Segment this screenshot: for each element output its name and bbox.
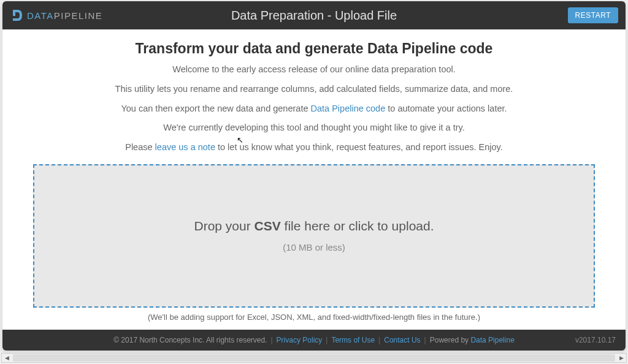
logo-icon	[10, 8, 25, 23]
intro-line-5: Please leave us a note to let us know wh…	[33, 141, 595, 154]
future-support-note: (We'll be adding support for Excel, JSON…	[33, 313, 595, 322]
version-label: v2017.10.17	[575, 336, 616, 344]
intro-line-2: This utility lets you rename and rearran…	[33, 83, 595, 96]
page-title: Data Preparation - Upload File	[231, 9, 397, 23]
intro-line-4: We're currently developing this tool and…	[33, 121, 595, 135]
upload-dropzone[interactable]: Drop your CSV file here or click to uplo…	[33, 164, 595, 308]
copyright-text: © 2017 North Concepts Inc. All rights re…	[113, 336, 267, 344]
logo-text: DATAPIPELINE	[27, 10, 102, 21]
header-bar: DATAPIPELINE Data Preparation - Upload F…	[2, 1, 626, 29]
dropzone-main-text: Drop your CSV file here or click to uplo…	[194, 219, 434, 233]
main-content: Transform your data and generate Data Pi…	[2, 29, 626, 330]
datapipeline-code-link[interactable]: Data Pipeline code	[311, 104, 386, 113]
footer-bar: © 2017 North Concepts Inc. All rights re…	[2, 330, 626, 351]
terms-link[interactable]: Terms of Use	[331, 336, 375, 344]
scroll-track[interactable]	[13, 354, 615, 362]
app-window: DATAPIPELINE Data Preparation - Upload F…	[2, 1, 626, 351]
contact-link[interactable]: Contact Us	[384, 336, 420, 344]
intro-line-3: You can then export the new data and gen…	[33, 102, 595, 116]
main-heading: Transform your data and generate Data Pi…	[33, 40, 595, 57]
logo[interactable]: DATAPIPELINE	[10, 8, 102, 23]
powered-by-text: Powered by Data Pipeline	[430, 336, 515, 344]
dropzone-sub-text: (10 MB or less)	[283, 242, 345, 252]
horizontal-scrollbar[interactable]: ◀ ▶	[1, 353, 627, 363]
powered-by-link[interactable]: Data Pipeline	[470, 336, 514, 344]
privacy-link[interactable]: Privacy Policy	[277, 336, 323, 344]
leave-note-link[interactable]: leave us a note	[155, 142, 215, 152]
scroll-right-arrow-icon[interactable]: ▶	[616, 354, 626, 362]
intro-line-1: Welcome to the early access release of o…	[33, 63, 595, 77]
restart-button[interactable]: RESTART	[568, 7, 618, 23]
scroll-left-arrow-icon[interactable]: ◀	[2, 354, 12, 362]
